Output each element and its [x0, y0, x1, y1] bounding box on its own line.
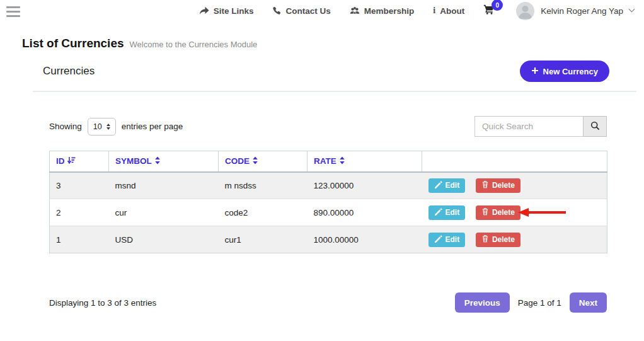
column-header-actions [422, 151, 607, 172]
showing-label: Showing [49, 122, 82, 131]
nav-item-label: About [440, 6, 464, 16]
currencies-card: Currencies New Currency Showing 10 [33, 54, 636, 313]
nav-item-contact-us[interactable]: Contact Us [272, 6, 330, 16]
column-header-code[interactable]: CODE [219, 151, 308, 172]
hamburger-menu-icon[interactable] [6, 5, 20, 17]
edit-label: Edit [446, 181, 460, 190]
sort-desc-icon [67, 156, 76, 166]
plus-icon [531, 67, 539, 76]
delete-label: Delete [492, 181, 515, 190]
cell-code: cur1 [219, 226, 308, 253]
cell-actions: Edit Delete [422, 199, 607, 226]
stepper-icon [106, 124, 110, 130]
avatar [516, 2, 534, 20]
table-controls: Showing 10 entries per page [49, 116, 607, 137]
new-currency-button[interactable]: New Currency [520, 61, 609, 82]
card-title: Currencies [43, 65, 95, 78]
chevron-down-icon [629, 6, 635, 13]
column-header-symbol[interactable]: SYMBOL [109, 151, 219, 172]
table-row: 1 USD cur1 1000.00000 Edit Delete [50, 226, 607, 253]
cell-code: code2 [219, 199, 308, 226]
cell-actions: Edit Delete [422, 226, 607, 253]
nav-item-label: Site Links [214, 6, 254, 16]
edit-label: Edit [446, 208, 460, 217]
sort-both-icon [339, 156, 345, 166]
share-arrow-icon [199, 6, 209, 15]
page-info: Page 1 of 1 [518, 298, 561, 308]
pencil-icon [434, 207, 442, 217]
annotation-arrow-icon [518, 208, 566, 217]
cart-count-badge: 0 [492, 0, 503, 11]
users-icon [350, 6, 360, 15]
column-header-rate[interactable]: RATE [308, 151, 422, 172]
edit-button[interactable]: Edit [428, 205, 466, 220]
nav-item-label: Contact Us [285, 6, 330, 16]
delete-label: Delete [492, 235, 515, 244]
edit-button[interactable]: Edit [428, 178, 466, 193]
sort-both-icon [154, 156, 161, 166]
cell-code: m nsdss [219, 172, 308, 199]
search-group [474, 116, 607, 137]
table-row: 3 msnd m nsdss 123.00000 Edit Delete [50, 172, 607, 199]
pencil-icon [434, 234, 442, 245]
page-size-select[interactable]: 10 [88, 118, 116, 136]
card-body: Showing 10 entries per page [33, 116, 636, 313]
info-icon: i [433, 6, 435, 16]
cell-symbol: USD [109, 226, 219, 253]
cell-rate: 1000.00000 [308, 226, 422, 253]
top-navbar: Site Links Contact Us Membership i About [0, 0, 644, 21]
user-name: Kelvin Roger Ang Yap [541, 6, 623, 16]
previous-page-button[interactable]: Previous [455, 292, 510, 313]
page-subtitle: Welcome to the Currencies Module [130, 40, 258, 49]
user-menu[interactable]: Kelvin Roger Ang Yap [516, 2, 634, 20]
search-icon [590, 121, 600, 132]
cell-id: 2 [50, 199, 109, 226]
nav-item-site-links[interactable]: Site Links [199, 6, 254, 16]
edit-button[interactable]: Edit [428, 233, 466, 247]
table-wrap: ID SYMBOL [49, 151, 607, 253]
page-title: List of Currencies [22, 37, 124, 50]
cell-symbol: msnd [109, 172, 219, 199]
table-header-row: ID SYMBOL [50, 151, 607, 172]
next-page-button[interactable]: Next [570, 292, 607, 313]
entries-label: entries per page [122, 122, 183, 131]
nav-items: Site Links Contact Us Membership i About [199, 2, 634, 20]
trash-icon [481, 234, 489, 245]
cart-button[interactable]: 0 [483, 4, 495, 17]
sort-both-icon [252, 156, 258, 166]
entries-summary: Displaying 1 to 3 of 3 entries [49, 298, 156, 308]
nav-item-about[interactable]: i About [433, 6, 464, 16]
currencies-page: Site Links Contact Us Membership i About [0, 0, 644, 341]
trash-icon [481, 180, 489, 190]
delete-button[interactable]: Delete [476, 233, 520, 247]
page-size-value: 10 [93, 122, 102, 131]
delete-button[interactable]: Delete [476, 205, 520, 220]
search-button[interactable] [583, 116, 607, 137]
cell-actions: Edit Delete [422, 172, 607, 199]
cell-symbol: cur [109, 199, 219, 226]
edit-label: Edit [446, 235, 460, 244]
delete-label: Delete [492, 208, 515, 217]
nav-item-membership[interactable]: Membership [350, 6, 415, 16]
card-header: Currencies New Currency [33, 54, 636, 92]
new-currency-label: New Currency [543, 67, 598, 76]
currencies-table: ID SYMBOL [49, 151, 607, 253]
search-input[interactable] [474, 116, 583, 137]
nav-item-label: Membership [364, 6, 415, 16]
cell-id: 1 [50, 226, 109, 253]
pencil-icon [434, 180, 442, 190]
pagination: Previous Page 1 of 1 Next [455, 292, 607, 313]
cell-rate: 123.00000 [308, 172, 422, 199]
cell-rate: 890.00000 [308, 199, 422, 226]
page-size-control: Showing 10 entries per page [49, 118, 183, 136]
trash-icon [481, 207, 489, 217]
page-head: List of Currencies Welcome to the Curren… [22, 37, 644, 50]
delete-button[interactable]: Delete [476, 178, 520, 193]
phone-icon [272, 6, 281, 15]
column-header-id[interactable]: ID [50, 151, 109, 172]
cell-id: 3 [50, 172, 109, 199]
table-footer: Displaying 1 to 3 of 3 entries Previous … [49, 292, 607, 313]
